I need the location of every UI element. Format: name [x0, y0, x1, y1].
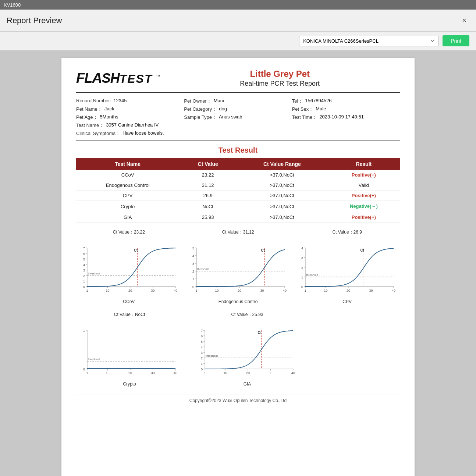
- report-header: FLASHTEST ™ Little Grey Pet Real-time PC…: [76, 69, 400, 93]
- app-bar-title: KV1600: [4, 2, 21, 8]
- svg-text:0: 0: [301, 285, 303, 289]
- cell-ct-value: 23.22: [179, 170, 237, 180]
- page-title: Report Preview: [7, 16, 62, 25]
- svg-text:3: 3: [83, 269, 85, 272]
- info-sample-type: Sample Type： Anus swab: [184, 114, 292, 121]
- cell-ct-range: >37.0,NoCt: [237, 180, 328, 191]
- report-subtitle: Real-time PCR Test Report: [160, 80, 400, 88]
- info-clinical-symptoms: Clinical Symptoms： Have loose bowels.: [76, 130, 400, 137]
- close-button[interactable]: ×: [459, 15, 469, 26]
- table-row: Crypto NoCt >37.0,NoCt Negative(－): [76, 201, 400, 212]
- svg-text:30: 30: [151, 371, 154, 375]
- svg-text:30: 30: [369, 289, 373, 292]
- clinic-name: Little Grey Pet: [160, 69, 400, 79]
- svg-text:40: 40: [291, 371, 295, 375]
- cell-ct-value: 31.12: [179, 180, 237, 191]
- info-pet-category: Pet Category： dog: [184, 106, 292, 113]
- svg-text:threshold: threshold: [197, 267, 209, 271]
- cell-test-name: GIA: [76, 212, 179, 223]
- chart-title: Ct Value：23.22: [113, 229, 145, 235]
- info-pet-age: Pet Age： 5Months: [76, 114, 184, 121]
- svg-text:4: 4: [201, 345, 203, 349]
- toolbar: KONICA MINOLTA C266SeriesPCL Print: [0, 32, 476, 50]
- svg-text:1: 1: [204, 371, 206, 375]
- svg-text:0: 0: [83, 367, 85, 371]
- chart-svg: 1 10 20 30 40 0 1 threshold: [76, 319, 183, 380]
- svg-text:threshold: threshold: [88, 272, 100, 275]
- cell-test-name: Endogenous Control: [76, 180, 179, 191]
- chart-box: Ct Value：26.9 1 10 20 30 40 0 1 2 3 4 th…: [294, 229, 400, 304]
- svg-text:10: 10: [223, 371, 227, 375]
- cell-result: Positive(+): [328, 212, 400, 223]
- svg-text:40: 40: [174, 289, 177, 292]
- svg-text:30: 30: [269, 371, 272, 375]
- cell-ct-range: >37.0,NoCt: [237, 201, 328, 212]
- svg-text:4: 4: [301, 246, 303, 250]
- cell-ct-range: >37.0,NoCt: [237, 191, 328, 201]
- svg-text:0: 0: [192, 285, 194, 289]
- printer-select[interactable]: KONICA MINOLTA C266SeriesPCL: [299, 36, 439, 46]
- svg-text:1: 1: [86, 371, 88, 375]
- chart-svg: 1 10 20 30 40 0 1 2 3 4 5 6 7 thresho: [76, 237, 182, 298]
- table-row: GIA 25.93 >37.0,NoCt Positive(+): [76, 212, 400, 223]
- cell-test-name: CCoV: [76, 170, 179, 180]
- svg-text:0: 0: [83, 285, 85, 289]
- table-row: Endogenous Control 31.12 >37.0,NoCt Vali…: [76, 180, 400, 191]
- svg-text:30: 30: [151, 289, 154, 292]
- svg-text:6: 6: [201, 334, 203, 338]
- table-row: CCoV 23.22 >37.0,NoCt Positive(+): [76, 170, 400, 180]
- cell-ct-value: 25.93: [179, 212, 237, 223]
- charts-row-1: Ct Value：23.22 1 10 20 30 40 0 1 2 3 4 5: [76, 229, 400, 304]
- cell-test-name: CPV: [76, 191, 179, 201]
- report-container: FLASHTEST ™ Little Grey Pet Real-time PC…: [0, 50, 476, 476]
- svg-text:threshold: threshold: [88, 358, 100, 361]
- svg-text:threshold: threshold: [206, 354, 218, 358]
- chart-box: Ct Value：NoCt 1 10 20 30 40 0 1 threshol…: [76, 312, 183, 387]
- svg-text:5: 5: [201, 340, 203, 344]
- svg-text:7: 7: [83, 246, 85, 250]
- svg-text:5: 5: [83, 257, 85, 261]
- svg-text:Ct: Ct: [360, 248, 365, 252]
- chart-title: Ct Value：NoCt: [114, 312, 145, 318]
- chart-label: GIA: [244, 381, 251, 387]
- app-bar: KV1600: [0, 0, 476, 10]
- svg-text:6: 6: [83, 252, 85, 256]
- svg-text:1: 1: [192, 277, 194, 281]
- cell-ct-value: NoCt: [179, 201, 237, 212]
- chart-box: Ct Value：23.22 1 10 20 30 40 0 1 2 3 4 5: [76, 229, 182, 304]
- chart-title: Ct Value：26.9: [332, 229, 362, 235]
- svg-text:Ct: Ct: [134, 248, 138, 252]
- svg-text:20: 20: [246, 371, 250, 375]
- svg-text:40: 40: [174, 371, 177, 375]
- chart-title: Ct Value：25.93: [231, 312, 263, 318]
- svg-text:20: 20: [128, 289, 132, 292]
- svg-text:40: 40: [392, 289, 395, 292]
- svg-text:1: 1: [195, 289, 197, 292]
- info-grid: Record Number: 12345 Pet Owner： Marx Tel…: [76, 98, 400, 141]
- svg-text:2: 2: [301, 266, 303, 270]
- svg-text:2: 2: [201, 356, 203, 360]
- svg-text:3: 3: [301, 256, 303, 260]
- svg-text:10: 10: [324, 289, 328, 292]
- col-result: Result: [328, 158, 400, 170]
- chart-title: Ct Value：31.12: [222, 229, 254, 235]
- logo-tm: ™: [156, 74, 160, 79]
- svg-text:1: 1: [83, 280, 85, 283]
- chart-svg: 1 10 20 30 40 0 1 2 3 4 threshold Ct: [294, 237, 400, 298]
- svg-text:Ct: Ct: [261, 248, 265, 252]
- chart-label: Endogenous Contro: [219, 299, 258, 304]
- chart-svg: 1 10 20 30 40 0 1 2 3 4 5 6 7 thresho: [194, 319, 301, 380]
- svg-text:10: 10: [106, 289, 109, 292]
- svg-text:1: 1: [201, 362, 203, 366]
- svg-text:20: 20: [347, 289, 350, 292]
- svg-text:7: 7: [201, 329, 203, 333]
- report-page: FLASHTEST ™ Little Grey Pet Real-time PC…: [61, 58, 415, 476]
- cell-ct-range: >37.0,NoCt: [237, 212, 328, 223]
- info-test-time: Test Time： 2023-10-09 17:49:51: [292, 114, 400, 121]
- print-button[interactable]: Print: [443, 35, 469, 46]
- charts-row-2: Ct Value：NoCt 1 10 20 30 40 0 1 threshol…: [76, 312, 400, 387]
- svg-text:threshold: threshold: [306, 273, 318, 277]
- col-ct-value: Ct Value: [179, 158, 237, 170]
- chart-label: CPV: [342, 299, 352, 304]
- svg-text:10: 10: [106, 371, 109, 375]
